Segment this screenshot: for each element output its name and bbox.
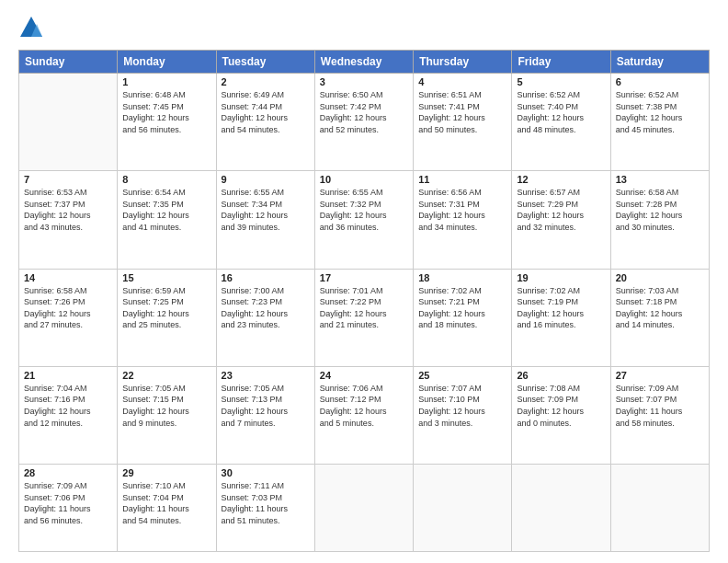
- day-cell: 18Sunrise: 7:02 AM Sunset: 7:21 PM Dayli…: [414, 269, 512, 366]
- header: [18, 15, 710, 40]
- day-cell: 28Sunrise: 7:09 AM Sunset: 7:06 PM Dayli…: [19, 465, 118, 552]
- day-cell: 21Sunrise: 7:04 AM Sunset: 7:16 PM Dayli…: [19, 366, 118, 464]
- day-number: 28: [24, 467, 112, 478]
- day-cell: 6Sunrise: 6:52 AM Sunset: 7:38 PM Daylig…: [610, 74, 709, 171]
- day-info: Sunrise: 6:58 AM Sunset: 7:28 PM Dayligh…: [616, 187, 704, 233]
- day-info: Sunrise: 7:08 AM Sunset: 7:09 PM Dayligh…: [517, 383, 605, 429]
- day-cell: 2Sunrise: 6:49 AM Sunset: 7:44 PM Daylig…: [216, 74, 314, 171]
- week-row-4: 28Sunrise: 7:09 AM Sunset: 7:06 PM Dayli…: [19, 465, 710, 552]
- day-cell: 8Sunrise: 6:54 AM Sunset: 7:35 PM Daylig…: [118, 171, 216, 269]
- day-cell: 10Sunrise: 6:55 AM Sunset: 7:32 PM Dayli…: [314, 171, 413, 269]
- logo-icon: [18, 15, 44, 40]
- day-cell: 1Sunrise: 6:48 AM Sunset: 7:45 PM Daylig…: [118, 74, 216, 171]
- day-cell: [19, 74, 118, 171]
- day-cell: 9Sunrise: 6:55 AM Sunset: 7:34 PM Daylig…: [216, 171, 314, 269]
- day-cell: [610, 465, 709, 552]
- day-info: Sunrise: 6:58 AM Sunset: 7:26 PM Dayligh…: [24, 285, 112, 331]
- day-cell: 13Sunrise: 6:58 AM Sunset: 7:28 PM Dayli…: [610, 171, 709, 269]
- day-info: Sunrise: 6:55 AM Sunset: 7:32 PM Dayligh…: [320, 187, 408, 233]
- day-number: 20: [616, 272, 704, 283]
- day-info: Sunrise: 6:52 AM Sunset: 7:38 PM Dayligh…: [616, 89, 704, 135]
- day-number: 16: [222, 272, 310, 283]
- day-cell: 7Sunrise: 6:53 AM Sunset: 7:37 PM Daylig…: [19, 171, 118, 269]
- day-info: Sunrise: 7:07 AM Sunset: 7:10 PM Dayligh…: [418, 383, 506, 429]
- day-cell: 29Sunrise: 7:10 AM Sunset: 7:04 PM Dayli…: [118, 465, 216, 552]
- week-row-1: 7Sunrise: 6:53 AM Sunset: 7:37 PM Daylig…: [19, 171, 710, 269]
- day-info: Sunrise: 7:09 AM Sunset: 7:07 PM Dayligh…: [616, 383, 704, 429]
- day-cell: 17Sunrise: 7:01 AM Sunset: 7:22 PM Dayli…: [314, 269, 413, 366]
- day-info: Sunrise: 7:02 AM Sunset: 7:19 PM Dayligh…: [517, 285, 605, 331]
- header-friday: Friday: [512, 51, 610, 74]
- header-wednesday: Wednesday: [314, 51, 413, 74]
- day-number: 8: [122, 174, 210, 185]
- day-cell: 24Sunrise: 7:06 AM Sunset: 7:12 PM Dayli…: [314, 366, 413, 464]
- day-number: 19: [517, 272, 605, 283]
- day-number: 17: [320, 272, 408, 283]
- day-info: Sunrise: 6:53 AM Sunset: 7:37 PM Dayligh…: [24, 187, 112, 233]
- day-cell: 30Sunrise: 7:11 AM Sunset: 7:03 PM Dayli…: [216, 465, 314, 552]
- day-number: 3: [320, 76, 408, 87]
- header-thursday: Thursday: [414, 51, 512, 74]
- day-info: Sunrise: 7:02 AM Sunset: 7:21 PM Dayligh…: [418, 285, 506, 331]
- day-cell: 11Sunrise: 6:56 AM Sunset: 7:31 PM Dayli…: [414, 171, 512, 269]
- calendar-table: SundayMondayTuesdayWednesdayThursdayFrid…: [18, 50, 710, 552]
- day-info: Sunrise: 6:50 AM Sunset: 7:42 PM Dayligh…: [320, 89, 408, 135]
- day-info: Sunrise: 6:54 AM Sunset: 7:35 PM Dayligh…: [122, 187, 210, 233]
- day-info: Sunrise: 6:51 AM Sunset: 7:41 PM Dayligh…: [418, 89, 506, 135]
- day-number: 13: [616, 174, 704, 185]
- day-info: Sunrise: 7:01 AM Sunset: 7:22 PM Dayligh…: [320, 285, 408, 331]
- day-number: 1: [122, 76, 210, 87]
- day-cell: 26Sunrise: 7:08 AM Sunset: 7:09 PM Dayli…: [512, 366, 610, 464]
- day-number: 14: [24, 272, 112, 283]
- day-number: 4: [418, 76, 506, 87]
- day-cell: 19Sunrise: 7:02 AM Sunset: 7:19 PM Dayli…: [512, 269, 610, 366]
- day-cell: 20Sunrise: 7:03 AM Sunset: 7:18 PM Dayli…: [610, 269, 709, 366]
- week-row-0: 1Sunrise: 6:48 AM Sunset: 7:45 PM Daylig…: [19, 74, 710, 171]
- day-cell: 22Sunrise: 7:05 AM Sunset: 7:15 PM Dayli…: [118, 366, 216, 464]
- header-monday: Monday: [118, 51, 216, 74]
- day-info: Sunrise: 7:00 AM Sunset: 7:23 PM Dayligh…: [222, 285, 310, 331]
- week-row-3: 21Sunrise: 7:04 AM Sunset: 7:16 PM Dayli…: [19, 366, 710, 464]
- day-info: Sunrise: 7:05 AM Sunset: 7:13 PM Dayligh…: [222, 383, 310, 429]
- day-number: 18: [418, 272, 506, 283]
- day-info: Sunrise: 7:11 AM Sunset: 7:03 PM Dayligh…: [222, 480, 310, 526]
- calendar-header-row: SundayMondayTuesdayWednesdayThursdayFrid…: [19, 51, 710, 74]
- day-cell: [314, 465, 413, 552]
- day-number: 27: [616, 370, 704, 381]
- day-cell: 27Sunrise: 7:09 AM Sunset: 7:07 PM Dayli…: [610, 366, 709, 464]
- day-info: Sunrise: 6:57 AM Sunset: 7:29 PM Dayligh…: [517, 187, 605, 233]
- day-cell: 4Sunrise: 6:51 AM Sunset: 7:41 PM Daylig…: [414, 74, 512, 171]
- day-number: 26: [517, 370, 605, 381]
- day-number: 11: [418, 174, 506, 185]
- day-info: Sunrise: 7:06 AM Sunset: 7:12 PM Dayligh…: [320, 383, 408, 429]
- day-number: 7: [24, 174, 112, 185]
- day-number: 2: [222, 76, 310, 87]
- day-number: 25: [418, 370, 506, 381]
- day-info: Sunrise: 7:05 AM Sunset: 7:15 PM Dayligh…: [122, 383, 210, 429]
- day-number: 10: [320, 174, 408, 185]
- day-cell: 3Sunrise: 6:50 AM Sunset: 7:42 PM Daylig…: [314, 74, 413, 171]
- header-saturday: Saturday: [610, 51, 709, 74]
- day-info: Sunrise: 6:56 AM Sunset: 7:31 PM Dayligh…: [418, 187, 506, 233]
- day-number: 15: [122, 272, 210, 283]
- day-cell: 16Sunrise: 7:00 AM Sunset: 7:23 PM Dayli…: [216, 269, 314, 366]
- day-cell: 5Sunrise: 6:52 AM Sunset: 7:40 PM Daylig…: [512, 74, 610, 171]
- day-cell: 25Sunrise: 7:07 AM Sunset: 7:10 PM Dayli…: [414, 366, 512, 464]
- day-number: 6: [616, 76, 704, 87]
- header-sunday: Sunday: [19, 51, 118, 74]
- week-row-2: 14Sunrise: 6:58 AM Sunset: 7:26 PM Dayli…: [19, 269, 710, 366]
- day-cell: [512, 465, 610, 552]
- day-info: Sunrise: 7:04 AM Sunset: 7:16 PM Dayligh…: [24, 383, 112, 429]
- day-info: Sunrise: 6:48 AM Sunset: 7:45 PM Dayligh…: [122, 89, 210, 135]
- day-number: 30: [222, 467, 310, 478]
- day-cell: 23Sunrise: 7:05 AM Sunset: 7:13 PM Dayli…: [216, 366, 314, 464]
- day-info: Sunrise: 6:49 AM Sunset: 7:44 PM Dayligh…: [222, 89, 310, 135]
- header-tuesday: Tuesday: [216, 51, 314, 74]
- day-number: 12: [517, 174, 605, 185]
- day-info: Sunrise: 7:10 AM Sunset: 7:04 PM Dayligh…: [122, 480, 210, 526]
- day-info: Sunrise: 6:52 AM Sunset: 7:40 PM Dayligh…: [517, 89, 605, 135]
- day-info: Sunrise: 6:59 AM Sunset: 7:25 PM Dayligh…: [122, 285, 210, 331]
- day-number: 5: [517, 76, 605, 87]
- day-number: 24: [320, 370, 408, 381]
- day-cell: 15Sunrise: 6:59 AM Sunset: 7:25 PM Dayli…: [118, 269, 216, 366]
